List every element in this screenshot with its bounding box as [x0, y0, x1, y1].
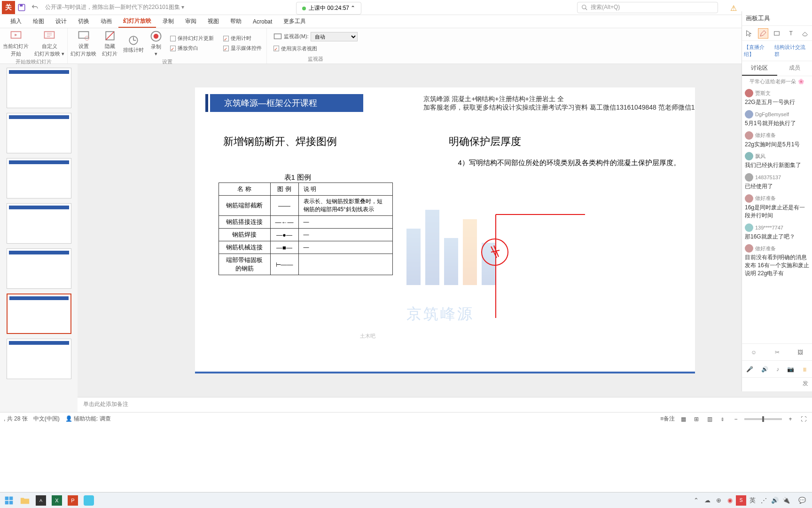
record-button[interactable]: 录制 ▾: [147, 28, 165, 58]
chat-message: 贾斯文22G是五月一号执行: [745, 89, 809, 106]
menu-设计[interactable]: 设计: [51, 16, 71, 27]
live-status-badge[interactable]: 上课中 00:24:57 ⌃: [296, 2, 361, 15]
start-button[interactable]: [2, 494, 16, 507]
slide-thumb[interactable]: [7, 248, 71, 289]
chat-message: 148375137已经使用了: [745, 173, 809, 190]
menu-动画[interactable]: 动画: [96, 16, 117, 27]
custom-slideshow-button[interactable]: 自定义 幻灯片放映 ▾: [31, 28, 67, 58]
slide-paragraph: 4）写明结构不同部位所处的环境类别及各类构件的混凝土保护层厚度。: [458, 157, 695, 168]
slide-canvas[interactable]: 京筑峰源—框架公开课程 京筑峰源 混凝土+钢结构+注册结构+注册岩土 全 加客服…: [195, 87, 695, 373]
svg-line-3: [586, 8, 587, 10]
scissors-icon[interactable]: ✂: [775, 349, 780, 356]
eraser-tool-icon[interactable]: [800, 28, 810, 39]
text-tool-icon[interactable]: T: [786, 28, 796, 39]
slide-thumb[interactable]: [7, 203, 71, 244]
slide-thumb[interactable]: [7, 158, 71, 198]
svg-rect-1: [20, 4, 23, 7]
setup-slideshow-button[interactable]: 设置 幻灯片放映: [68, 28, 99, 58]
tab-discussion[interactable]: 讨论区: [742, 61, 777, 76]
warning-icon[interactable]: ⚠: [730, 4, 737, 13]
reading-view-icon[interactable]: ▥: [705, 414, 714, 424]
chat-list[interactable]: 贾斯文22G是五月一号执行DgFgBemyself5月1号就开始执行了做好准备2…: [742, 87, 812, 343]
menu-视图[interactable]: 视图: [203, 16, 224, 27]
menu-插入[interactable]: 插入: [6, 16, 26, 27]
search-icon: [581, 4, 588, 11]
svg-rect-23: [774, 32, 780, 35]
menu-切换[interactable]: 切换: [73, 16, 94, 27]
menu-审阅[interactable]: 审阅: [180, 16, 201, 27]
keep-updated-check[interactable]: 保持幻灯片更新: [168, 34, 216, 42]
live-intro-link[interactable]: 【直播介绍】: [744, 44, 774, 58]
tab-members[interactable]: 成员: [777, 61, 812, 76]
svg-point-18: [154, 34, 159, 39]
excel-app-icon[interactable]: X: [50, 494, 64, 507]
menu-帮助[interactable]: 帮助: [226, 16, 246, 27]
slide-thumb[interactable]: [7, 294, 71, 334]
save-icon[interactable]: [15, 1, 28, 14]
mic-icon[interactable]: 🎤: [746, 366, 753, 373]
slide-thumbnails[interactable]: [0, 64, 78, 412]
pdf-app-icon[interactable]: A: [34, 494, 48, 507]
menu-幻灯片放映[interactable]: 幻灯片放映: [118, 15, 156, 28]
use-timing-check[interactable]: 使用计时: [221, 34, 264, 42]
hide-slide-button[interactable]: 隐藏 幻灯片: [99, 28, 120, 58]
camera-icon[interactable]: 📷: [787, 366, 794, 373]
tray-chevron-icon[interactable]: ⌃: [691, 495, 701, 506]
watermark-small: 土木吧: [360, 333, 375, 340]
zoom-in-icon[interactable]: +: [786, 414, 795, 424]
language-indicator[interactable]: 中文(中国): [33, 415, 60, 423]
undo-icon[interactable]: [28, 1, 41, 14]
fit-icon[interactable]: ⛶: [799, 414, 808, 424]
notes-area[interactable]: 单击此处添加备注: [78, 397, 812, 412]
rect-tool-icon[interactable]: [772, 28, 782, 39]
tray-volume-icon[interactable]: 🔊: [770, 495, 780, 506]
file-explorer-icon[interactable]: [18, 494, 32, 507]
equalizer-icon[interactable]: ⫼: [802, 366, 808, 373]
side-panel-title: 画板工具: [742, 11, 812, 26]
menu-更多工具[interactable]: 更多工具: [279, 16, 311, 27]
slideshow-view-icon[interactable]: ⫾: [718, 414, 727, 424]
normal-view-icon[interactable]: ▦: [679, 414, 688, 424]
svg-marker-5: [15, 34, 17, 36]
ribbon-group-label: 监视器: [267, 56, 364, 64]
cursor-tool-icon[interactable]: [744, 28, 754, 39]
search-input[interactable]: 搜索(Alt+Q): [577, 2, 718, 13]
slide-heading-1: 新增钢筋断开、焊接图例: [223, 135, 337, 149]
powerpoint-app-icon[interactable]: P: [66, 494, 80, 507]
tray-battery-icon[interactable]: 🔌: [781, 495, 791, 506]
sorter-view-icon[interactable]: ⊞: [692, 414, 701, 424]
tray-notification-icon[interactable]: 💬: [797, 495, 807, 506]
image-icon[interactable]: 🖼: [797, 349, 803, 356]
tray-ime-icon[interactable]: S: [736, 495, 746, 506]
show-media-check[interactable]: 显示媒体控件: [221, 44, 264, 52]
slide-thumb[interactable]: [7, 113, 71, 153]
slide-thumb[interactable]: [7, 339, 71, 379]
tray-security-icon[interactable]: ⊕: [713, 495, 724, 506]
send-button[interactable]: 发: [742, 377, 812, 391]
menu-绘图[interactable]: 绘图: [28, 16, 49, 27]
chat-message: DgFgBemyself5月1号就开始执行了: [745, 110, 809, 127]
menu-录制[interactable]: 录制: [158, 16, 179, 27]
play-narration-check[interactable]: 播放旁白: [168, 44, 216, 52]
document-title[interactable]: 公开课-与时俱进，推陈出新—新时代下的22G101图集 ▾: [45, 3, 184, 11]
presenter-view-check[interactable]: 使用演示者视图: [272, 45, 359, 53]
zoom-out-icon[interactable]: −: [731, 414, 741, 424]
zoom-slider[interactable]: [744, 418, 782, 420]
slide-thumb[interactable]: [7, 68, 71, 108]
rehearse-timing-button[interactable]: 排练计时: [120, 28, 147, 58]
music-icon[interactable]: ♪: [776, 366, 779, 373]
tray-wifi-icon[interactable]: ⋰: [758, 495, 769, 506]
tray-onedrive-icon[interactable]: ☁: [702, 495, 712, 506]
group-link[interactable]: 结构设计交流群: [774, 44, 810, 58]
from-current-slide-button[interactable]: 当前幻灯片 开始: [0, 28, 31, 58]
emoji-icon[interactable]: ☺: [751, 349, 757, 356]
speaker-icon[interactable]: 🔊: [761, 366, 768, 373]
chat-app-icon[interactable]: [82, 494, 96, 507]
menu-Acrobat[interactable]: Acrobat: [248, 16, 277, 27]
tray-red-icon[interactable]: ◉: [725, 495, 735, 506]
accessibility-status[interactable]: 👤 辅助功能: 调查: [65, 415, 111, 423]
pen-tool-icon[interactable]: [758, 28, 768, 39]
notes-toggle[interactable]: ≡备注: [660, 415, 675, 423]
monitor-select[interactable]: 自动: [311, 32, 358, 41]
tray-lang-icon[interactable]: 英: [747, 495, 757, 506]
